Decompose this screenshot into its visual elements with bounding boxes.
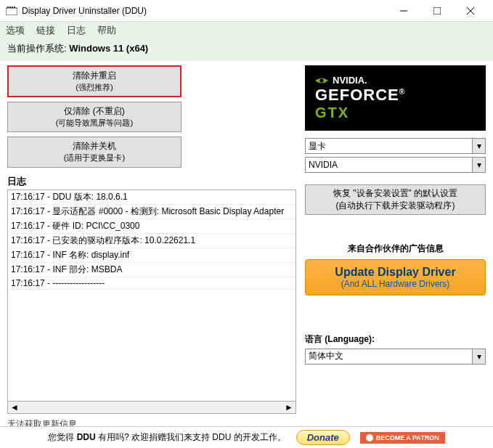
patron-label: BECOME A PATRON (376, 434, 439, 441)
menubar: 选项 链接 日志 帮助 (0, 22, 493, 39)
titlebar: Display Driver Uninstaller (DDU) (0, 0, 493, 22)
menu-options[interactable]: 选项 (6, 24, 25, 37)
device-type-dropdown[interactable]: 显卡 ▾ (305, 138, 486, 154)
svg-rect-3 (12, 7, 13, 8)
partner-ad-label: 来自合作伙伴的广告信息 (305, 243, 486, 255)
app-icon (6, 5, 17, 17)
device-type-value: 显卡 (309, 140, 326, 152)
svg-rect-0 (6, 8, 17, 15)
svg-rect-1 (7, 7, 9, 8)
log-line: 17:16:17 - 硬件 ID: PCI\CC_0300 (8, 219, 296, 234)
patron-icon (366, 434, 373, 441)
nvidia-text: NVIDIA. (333, 75, 367, 86)
patron-button[interactable]: BECOME A PATRON (360, 432, 445, 444)
clean-only-label: 仅清除 (不重启) (64, 106, 124, 116)
vendor-dropdown[interactable]: NVIDIA ▾ (305, 157, 486, 173)
log-line: 17:16:17 - 已安装的驱动程序版本: 10.0.22621.1 (8, 234, 296, 248)
os-label: 当前操作系统: (7, 43, 69, 54)
geforce-text: GEFORCE (315, 86, 399, 104)
language-dropdown[interactable]: 简体中文 ▾ (305, 349, 486, 364)
menu-links[interactable]: 链接 (36, 24, 55, 37)
clean-shutdown-label: 清除并关机 (73, 141, 116, 151)
os-info: 当前操作系统: Windows 11 (x64) (0, 39, 493, 61)
restore-line2: (自动执行下载并安装驱动程序) (306, 200, 485, 212)
update-driver-button[interactable]: Update Display Driver (And ALL Hardware … (305, 259, 486, 296)
clean-only-button[interactable]: 仅清除 (不重启) (可能导致黑屏等问题) (7, 102, 182, 132)
log-hscrollbar[interactable]: ◄ ► (7, 402, 296, 414)
os-value: Windows 11 (x64) (69, 43, 148, 54)
minimize-button[interactable] (387, 0, 420, 22)
menu-log[interactable]: 日志 (67, 24, 86, 37)
clean-shutdown-sub: (适用于更换显卡) (8, 152, 181, 163)
donate-button[interactable]: Donate (296, 430, 350, 445)
svg-rect-2 (9, 7, 11, 8)
clean-shutdown-button[interactable]: 清除并关机 (适用于更换显卡) (7, 137, 182, 167)
svg-point-9 (319, 78, 323, 82)
clean-restart-sub: (强烈推荐) (9, 82, 180, 93)
restore-defaults-button[interactable]: 恢复 "设备安装设置" 的默认设置 (自动执行下载并安装驱动程序) (305, 184, 486, 215)
nvidia-gtx-logo: NVIDIA. GEFORCE® GTX (305, 65, 486, 131)
log-line: 17:16:17 - 显示适配器 #0000 - 检测到: Microsoft … (8, 205, 296, 219)
log-line: 17:16:17 - DDU 版本: 18.0.6.1 (8, 190, 296, 205)
window-controls (387, 0, 487, 22)
clean-only-sub: (可能导致黑屏等问题) (8, 118, 181, 129)
gtx-text: GTX (315, 105, 476, 121)
scroll-right-icon[interactable]: ► (284, 402, 294, 412)
log-line: 17:16:17 - INF 部分: MSBDA (8, 263, 296, 277)
language-value: 简体中文 (309, 350, 343, 362)
update-driver-sub: (And ALL Hardware Drivers) (309, 279, 482, 289)
log-line: 17:16:17 - INF 名称: display.inf (8, 248, 296, 263)
chevron-down-icon: ▾ (472, 349, 485, 364)
footer-text: 您觉得 DDU 有用吗? 欢迎捐赠我们来支持 DDU 的开发工作。 (48, 431, 285, 444)
chevron-down-icon: ▾ (472, 158, 485, 172)
window-title: Display Driver Uninstaller (DDU) (22, 6, 387, 16)
close-button[interactable] (454, 0, 487, 22)
menu-help[interactable]: 帮助 (97, 24, 116, 37)
footer: 您觉得 DDU 有用吗? 欢迎捐赠我们来支持 DDU 的开发工作。 Donate… (0, 426, 493, 448)
log-box[interactable]: 17:16:17 - DDU 版本: 18.0.6.1 17:16:17 - 显… (7, 190, 296, 402)
svg-rect-4 (14, 7, 15, 8)
log-line: 17:16:17 - ------------------ (8, 277, 296, 290)
restore-line1: 恢复 "设备安装设置" 的默认设置 (306, 187, 485, 200)
vendor-value: NVIDIA (309, 160, 338, 170)
svg-rect-6 (433, 7, 441, 15)
clean-restart-label: 清除并重启 (73, 70, 116, 81)
nvidia-eye-icon (315, 76, 328, 85)
clean-restart-button[interactable]: 清除并重启 (强烈推荐) (7, 65, 182, 97)
chevron-down-icon: ▾ (472, 139, 485, 153)
update-driver-main: Update Display Driver (309, 266, 482, 279)
log-header: 日志 (7, 175, 296, 188)
language-label: 语言 (Language): (305, 333, 486, 346)
maximize-button[interactable] (420, 0, 454, 22)
scroll-left-icon[interactable]: ◄ (9, 402, 20, 412)
